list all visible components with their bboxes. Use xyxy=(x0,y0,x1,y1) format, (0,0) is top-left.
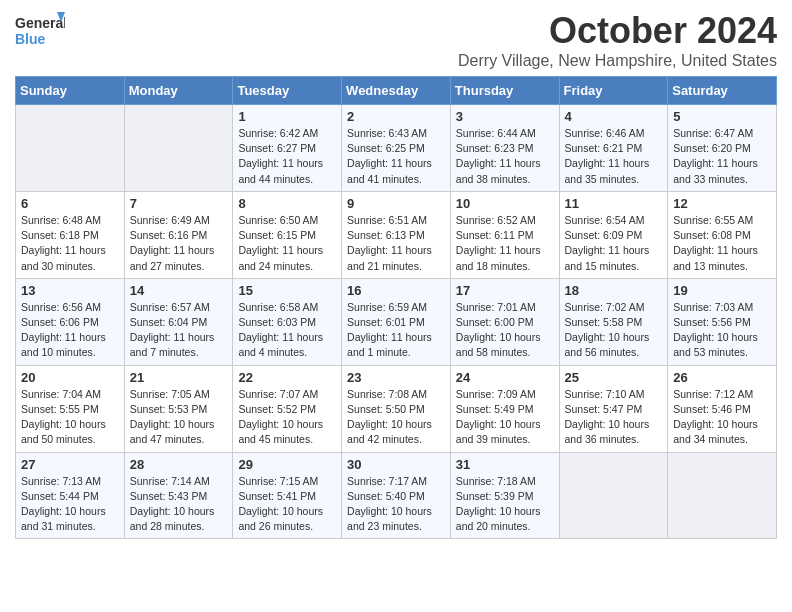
day-number: 30 xyxy=(347,457,445,472)
day-number: 15 xyxy=(238,283,336,298)
calendar-header-row: SundayMondayTuesdayWednesdayThursdayFrid… xyxy=(16,77,777,105)
day-info: Sunrise: 6:50 AM Sunset: 6:15 PM Dayligh… xyxy=(238,213,336,274)
page-header: GeneralBlue October 2024 Derry Village, … xyxy=(15,10,777,70)
day-number: 7 xyxy=(130,196,228,211)
day-number: 23 xyxy=(347,370,445,385)
day-number: 27 xyxy=(21,457,119,472)
calendar-table: SundayMondayTuesdayWednesdayThursdayFrid… xyxy=(15,76,777,539)
day-number: 10 xyxy=(456,196,554,211)
calendar-cell: 28Sunrise: 7:14 AM Sunset: 5:43 PM Dayli… xyxy=(124,452,233,539)
day-info: Sunrise: 6:48 AM Sunset: 6:18 PM Dayligh… xyxy=(21,213,119,274)
day-info: Sunrise: 7:17 AM Sunset: 5:40 PM Dayligh… xyxy=(347,474,445,535)
calendar-cell: 13Sunrise: 6:56 AM Sunset: 6:06 PM Dayli… xyxy=(16,278,125,365)
calendar-cell: 1Sunrise: 6:42 AM Sunset: 6:27 PM Daylig… xyxy=(233,105,342,192)
day-number: 21 xyxy=(130,370,228,385)
calendar-cell: 4Sunrise: 6:46 AM Sunset: 6:21 PM Daylig… xyxy=(559,105,668,192)
day-info: Sunrise: 6:51 AM Sunset: 6:13 PM Dayligh… xyxy=(347,213,445,274)
day-info: Sunrise: 6:47 AM Sunset: 6:20 PM Dayligh… xyxy=(673,126,771,187)
day-info: Sunrise: 7:04 AM Sunset: 5:55 PM Dayligh… xyxy=(21,387,119,448)
day-info: Sunrise: 7:02 AM Sunset: 5:58 PM Dayligh… xyxy=(565,300,663,361)
day-info: Sunrise: 7:03 AM Sunset: 5:56 PM Dayligh… xyxy=(673,300,771,361)
day-number: 13 xyxy=(21,283,119,298)
calendar-cell: 20Sunrise: 7:04 AM Sunset: 5:55 PM Dayli… xyxy=(16,365,125,452)
header-sunday: Sunday xyxy=(16,77,125,105)
calendar-cell: 5Sunrise: 6:47 AM Sunset: 6:20 PM Daylig… xyxy=(668,105,777,192)
calendar-week-row: 1Sunrise: 6:42 AM Sunset: 6:27 PM Daylig… xyxy=(16,105,777,192)
day-info: Sunrise: 6:55 AM Sunset: 6:08 PM Dayligh… xyxy=(673,213,771,274)
day-info: Sunrise: 6:59 AM Sunset: 6:01 PM Dayligh… xyxy=(347,300,445,361)
day-number: 18 xyxy=(565,283,663,298)
header-thursday: Thursday xyxy=(450,77,559,105)
header-wednesday: Wednesday xyxy=(342,77,451,105)
calendar-cell: 21Sunrise: 7:05 AM Sunset: 5:53 PM Dayli… xyxy=(124,365,233,452)
day-number: 5 xyxy=(673,109,771,124)
day-number: 28 xyxy=(130,457,228,472)
header-saturday: Saturday xyxy=(668,77,777,105)
day-info: Sunrise: 7:18 AM Sunset: 5:39 PM Dayligh… xyxy=(456,474,554,535)
calendar-cell: 9Sunrise: 6:51 AM Sunset: 6:13 PM Daylig… xyxy=(342,191,451,278)
day-number: 4 xyxy=(565,109,663,124)
day-number: 20 xyxy=(21,370,119,385)
month-title: October 2024 xyxy=(458,10,777,52)
calendar-cell: 7Sunrise: 6:49 AM Sunset: 6:16 PM Daylig… xyxy=(124,191,233,278)
calendar-cell xyxy=(559,452,668,539)
day-number: 3 xyxy=(456,109,554,124)
title-block: October 2024 Derry Village, New Hampshir… xyxy=(458,10,777,70)
day-number: 24 xyxy=(456,370,554,385)
day-info: Sunrise: 6:58 AM Sunset: 6:03 PM Dayligh… xyxy=(238,300,336,361)
calendar-cell: 12Sunrise: 6:55 AM Sunset: 6:08 PM Dayli… xyxy=(668,191,777,278)
day-info: Sunrise: 7:09 AM Sunset: 5:49 PM Dayligh… xyxy=(456,387,554,448)
calendar-cell: 30Sunrise: 7:17 AM Sunset: 5:40 PM Dayli… xyxy=(342,452,451,539)
calendar-cell: 26Sunrise: 7:12 AM Sunset: 5:46 PM Dayli… xyxy=(668,365,777,452)
day-info: Sunrise: 7:15 AM Sunset: 5:41 PM Dayligh… xyxy=(238,474,336,535)
calendar-week-row: 20Sunrise: 7:04 AM Sunset: 5:55 PM Dayli… xyxy=(16,365,777,452)
calendar-cell xyxy=(668,452,777,539)
calendar-cell xyxy=(16,105,125,192)
calendar-cell: 22Sunrise: 7:07 AM Sunset: 5:52 PM Dayli… xyxy=(233,365,342,452)
location-title: Derry Village, New Hampshire, United Sta… xyxy=(458,52,777,70)
day-info: Sunrise: 7:05 AM Sunset: 5:53 PM Dayligh… xyxy=(130,387,228,448)
day-info: Sunrise: 7:13 AM Sunset: 5:44 PM Dayligh… xyxy=(21,474,119,535)
day-number: 12 xyxy=(673,196,771,211)
day-number: 19 xyxy=(673,283,771,298)
logo: GeneralBlue xyxy=(15,10,65,50)
day-info: Sunrise: 6:44 AM Sunset: 6:23 PM Dayligh… xyxy=(456,126,554,187)
calendar-cell: 2Sunrise: 6:43 AM Sunset: 6:25 PM Daylig… xyxy=(342,105,451,192)
svg-text:Blue: Blue xyxy=(15,31,46,47)
day-number: 17 xyxy=(456,283,554,298)
day-number: 22 xyxy=(238,370,336,385)
day-number: 1 xyxy=(238,109,336,124)
day-number: 29 xyxy=(238,457,336,472)
day-info: Sunrise: 6:42 AM Sunset: 6:27 PM Dayligh… xyxy=(238,126,336,187)
calendar-cell: 3Sunrise: 6:44 AM Sunset: 6:23 PM Daylig… xyxy=(450,105,559,192)
calendar-cell: 15Sunrise: 6:58 AM Sunset: 6:03 PM Dayli… xyxy=(233,278,342,365)
day-info: Sunrise: 6:52 AM Sunset: 6:11 PM Dayligh… xyxy=(456,213,554,274)
day-number: 16 xyxy=(347,283,445,298)
day-info: Sunrise: 7:10 AM Sunset: 5:47 PM Dayligh… xyxy=(565,387,663,448)
day-info: Sunrise: 6:49 AM Sunset: 6:16 PM Dayligh… xyxy=(130,213,228,274)
calendar-cell: 25Sunrise: 7:10 AM Sunset: 5:47 PM Dayli… xyxy=(559,365,668,452)
day-info: Sunrise: 6:57 AM Sunset: 6:04 PM Dayligh… xyxy=(130,300,228,361)
day-info: Sunrise: 7:12 AM Sunset: 5:46 PM Dayligh… xyxy=(673,387,771,448)
header-tuesday: Tuesday xyxy=(233,77,342,105)
day-info: Sunrise: 6:54 AM Sunset: 6:09 PM Dayligh… xyxy=(565,213,663,274)
day-number: 26 xyxy=(673,370,771,385)
calendar-cell: 18Sunrise: 7:02 AM Sunset: 5:58 PM Dayli… xyxy=(559,278,668,365)
day-number: 11 xyxy=(565,196,663,211)
calendar-cell: 10Sunrise: 6:52 AM Sunset: 6:11 PM Dayli… xyxy=(450,191,559,278)
calendar-cell: 24Sunrise: 7:09 AM Sunset: 5:49 PM Dayli… xyxy=(450,365,559,452)
calendar-cell: 11Sunrise: 6:54 AM Sunset: 6:09 PM Dayli… xyxy=(559,191,668,278)
day-number: 9 xyxy=(347,196,445,211)
day-number: 6 xyxy=(21,196,119,211)
calendar-week-row: 13Sunrise: 6:56 AM Sunset: 6:06 PM Dayli… xyxy=(16,278,777,365)
day-info: Sunrise: 7:14 AM Sunset: 5:43 PM Dayligh… xyxy=(130,474,228,535)
header-friday: Friday xyxy=(559,77,668,105)
calendar-cell xyxy=(124,105,233,192)
day-number: 2 xyxy=(347,109,445,124)
logo-svg: GeneralBlue xyxy=(15,10,65,50)
calendar-cell: 6Sunrise: 6:48 AM Sunset: 6:18 PM Daylig… xyxy=(16,191,125,278)
day-number: 25 xyxy=(565,370,663,385)
calendar-cell: 23Sunrise: 7:08 AM Sunset: 5:50 PM Dayli… xyxy=(342,365,451,452)
day-info: Sunrise: 6:46 AM Sunset: 6:21 PM Dayligh… xyxy=(565,126,663,187)
calendar-cell: 29Sunrise: 7:15 AM Sunset: 5:41 PM Dayli… xyxy=(233,452,342,539)
